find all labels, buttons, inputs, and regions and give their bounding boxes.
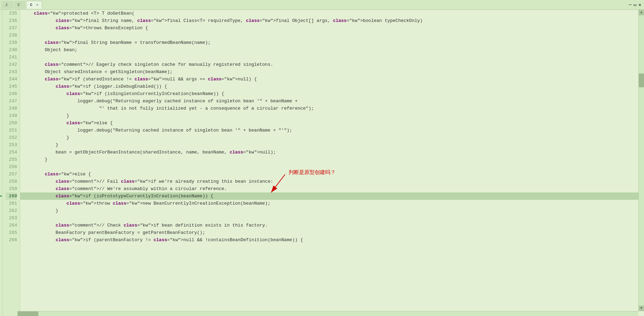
marker-246 xyxy=(0,90,3,97)
line-number-239: 239 xyxy=(6,39,17,46)
line-number-247: 247 xyxy=(6,97,17,105)
line-number-250: 250 xyxy=(6,119,17,127)
line-number-261: 261 xyxy=(6,200,17,207)
line-number-259: 259 xyxy=(6,185,17,192)
line-number-255: 255 xyxy=(6,156,17,163)
line-number-235: 235 xyxy=(6,10,17,17)
code-line-247: logger.debug("Returning eagerly cached i… xyxy=(20,97,644,105)
marker-248 xyxy=(0,105,3,112)
code-line-245: class="kw">if (logger.isDebugEnabled()) … xyxy=(20,83,644,90)
right-scrollbar[interactable]: ▲ ▼ xyxy=(638,10,644,311)
line-number-251: 251 xyxy=(6,127,17,134)
marker-258 xyxy=(0,178,3,185)
line-number-265: 265 xyxy=(6,229,17,236)
code-line-244: class="kw">if (sharedInstance != class="… xyxy=(20,76,644,83)
marker-250 xyxy=(0,119,3,127)
code-line-235: class="kw">protected <T> T doGetBean( xyxy=(20,10,644,17)
bottom-scroll-thumb[interactable] xyxy=(17,311,38,316)
marker-240 xyxy=(0,46,3,54)
line-number-246: 246 xyxy=(6,90,17,97)
editor: ▶ 23523623723823924024124224324424524624… xyxy=(0,10,644,316)
marker-253 xyxy=(0,141,3,149)
code-line-257: class="kw">else { xyxy=(20,171,644,178)
code-line-264: class="comment">// Check class="kw">if b… xyxy=(20,222,644,229)
scroll-track[interactable] xyxy=(639,15,644,306)
line-number-242: 242 xyxy=(6,61,17,68)
code-line-236: class="kw">final String name, class="kw"… xyxy=(20,17,644,24)
tab-bar: J C C ✕ — ▭ ✕ xyxy=(0,0,644,10)
line-number-263: 263 xyxy=(6,214,17,222)
line-number-256: 256 xyxy=(6,163,17,171)
code-line-246: class="kw">if (isSingletonCurrentlyInCre… xyxy=(20,90,644,97)
scroll-thumb[interactable] xyxy=(639,73,644,87)
marker-235 xyxy=(0,10,3,17)
marker-237 xyxy=(0,24,3,32)
scroll-down-arrow[interactable]: ▼ xyxy=(639,306,644,311)
line-number-257: 257 xyxy=(6,171,17,178)
line-number-253: 253 xyxy=(6,141,17,149)
code-line-253: } xyxy=(20,141,644,149)
code-line-250: class="kw">else { xyxy=(20,119,644,127)
code-line-265: BeanFactory parentBeanFactory = getParen… xyxy=(20,229,644,236)
marker-236 xyxy=(0,17,3,24)
class-icon-abstract: C xyxy=(30,3,32,7)
line-number-260: 260 xyxy=(6,192,17,200)
line-number-240: 240 xyxy=(6,46,17,54)
line-number-252: 252 xyxy=(6,134,17,141)
code-line-243: Object sharedInstance = getSingleton(bea… xyxy=(20,68,644,76)
line-number-249: 249 xyxy=(6,112,17,119)
marker-245 xyxy=(0,83,3,90)
left-marker-strip: ▶ xyxy=(0,10,3,316)
line-number-237: 237 xyxy=(6,24,17,32)
close-window-icon[interactable]: ✕ xyxy=(638,2,641,8)
code-line-256 xyxy=(20,163,644,171)
line-number-244: 244 xyxy=(6,76,17,83)
marker-241 xyxy=(0,54,3,61)
marker-254 xyxy=(0,149,3,156)
line-number-266: 266 xyxy=(6,236,17,244)
code-line-260: class="kw">if (isPrototypeCurrentlyInCre… xyxy=(20,192,644,200)
code-line-239: class="kw">final String beanName = trans… xyxy=(20,39,644,46)
marker-257 xyxy=(0,171,3,178)
line-number-254: 254 xyxy=(6,149,17,156)
marker-249 xyxy=(0,112,3,119)
code-line-266: class="kw">if (parentBeanFactory != clas… xyxy=(20,236,644,244)
code-area[interactable]: class="kw">protected <T> T doGetBean( cl… xyxy=(20,10,644,316)
code-line-261: class="kw">throw class="kw">new BeanCurr… xyxy=(20,200,644,207)
restore-icon[interactable]: ▭ xyxy=(634,2,636,8)
marker-265 xyxy=(0,229,3,236)
minimize-icon[interactable]: — xyxy=(629,2,632,7)
code-line-262: } xyxy=(20,207,644,214)
marker-260: ▶ xyxy=(0,192,3,200)
marker-256 xyxy=(0,163,3,171)
marker-266 xyxy=(0,236,3,244)
marker-255 xyxy=(0,156,3,163)
marker-244 xyxy=(0,76,3,83)
java-icon: J xyxy=(5,3,8,7)
marker-251 xyxy=(0,127,3,134)
code-line-237: class="kw">throws BeansException { xyxy=(20,24,644,32)
line-number-248: 248 xyxy=(6,105,17,112)
tab-abstractbean[interactable]: C ✕ xyxy=(26,1,42,9)
code-line-248: "' that is not fully initialized yet - a… xyxy=(20,105,644,112)
code-line-259: class="comment">// We're assumably withi… xyxy=(20,185,644,192)
code-line-242: class="comment">// Eagerly check singlet… xyxy=(20,61,644,68)
marker-262 xyxy=(0,207,3,214)
bottom-scrollbar[interactable] xyxy=(17,311,638,316)
marker-259 xyxy=(0,185,3,192)
code-line-240: Object bean; xyxy=(20,46,644,54)
code-line-254: bean = getObjectForBeanInstance(sharedIn… xyxy=(20,149,644,156)
code-line-263 xyxy=(20,214,644,222)
code-line-255: } xyxy=(20,156,644,163)
line-number-262: 262 xyxy=(6,207,17,214)
tab-annotationconfig[interactable]: C xyxy=(14,1,26,9)
close-tab-icon[interactable]: ✕ xyxy=(36,2,39,7)
line-number-238: 238 xyxy=(6,32,17,39)
scroll-up-arrow[interactable]: ▲ xyxy=(639,10,644,15)
line-numbers: 2352362372382392402412422432442452462472… xyxy=(3,10,20,316)
marker-263 xyxy=(0,214,3,222)
code-line-251: logger.debug("Returning cached instance … xyxy=(20,127,644,134)
marker-243 xyxy=(0,68,3,76)
marker-252 xyxy=(0,134,3,141)
tab-ioctest[interactable]: J xyxy=(1,1,13,9)
